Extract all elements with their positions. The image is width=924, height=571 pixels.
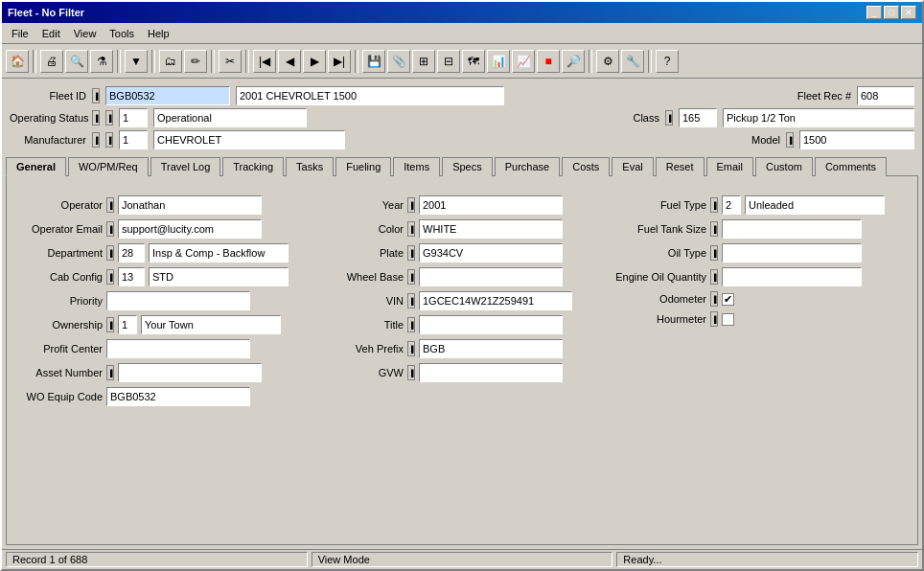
new-btn[interactable]: ✏ <box>184 50 207 73</box>
vin-input[interactable] <box>419 291 572 310</box>
fuel-type-num-input[interactable] <box>722 195 741 215</box>
attach-btn[interactable]: 📎 <box>387 50 410 73</box>
profit-center-label: Profit Center <box>16 343 103 354</box>
color-input[interactable] <box>419 219 563 239</box>
op-status-num: 1 <box>119 108 148 127</box>
operator-email-input[interactable] <box>118 219 262 239</box>
engine-oil-input[interactable] <box>722 267 862 286</box>
menu-help[interactable]: Help <box>142 26 175 41</box>
priority-label: Priority <box>16 295 103 307</box>
tab-travel-log[interactable]: Travel Log <box>150 157 221 176</box>
nav-first-btn[interactable]: |◀ <box>253 50 276 73</box>
hourmeter-ind: ▐ <box>710 311 718 327</box>
map-btn[interactable]: 🗺 <box>462 50 485 73</box>
profit-center-field: Profit Center <box>16 339 289 358</box>
plate-input[interactable] <box>419 243 563 263</box>
fleet-id-label: Fleet ID <box>10 90 86 102</box>
priority-input[interactable] <box>106 291 250 310</box>
tab-fueling[interactable]: Fueling <box>335 157 391 176</box>
dropdown-btn[interactable]: ▼ <box>125 50 148 73</box>
fuel-tank-input[interactable] <box>722 219 862 239</box>
help-btn[interactable]: ? <box>656 50 679 73</box>
tab-general[interactable]: General <box>6 157 66 176</box>
ownership-num-input[interactable] <box>118 315 137 334</box>
tab-container: General WO/PM/Req Travel Log Tracking Ta… <box>6 157 918 176</box>
record-count: Record 1 of 688 <box>6 552 308 567</box>
fuel-type-value-input[interactable] <box>745 195 885 215</box>
title-label: Title <box>317 319 404 331</box>
title-ind: ▐ <box>407 317 415 332</box>
tab-tracking[interactable]: Tracking <box>222 157 284 176</box>
tab-tasks[interactable]: Tasks <box>286 157 334 176</box>
tab-email[interactable]: Email <box>706 157 754 176</box>
tools2-btn[interactable]: 🔧 <box>621 50 644 73</box>
filter-btn[interactable]: ⚗ <box>90 50 113 73</box>
cab-num-input[interactable] <box>118 267 145 286</box>
grid-btn[interactable]: ⊞ <box>412 50 435 73</box>
veh-prefix-input[interactable] <box>419 339 563 358</box>
wheel-base-input[interactable] <box>419 267 563 286</box>
oil-type-input[interactable] <box>722 243 862 263</box>
maximize-button[interactable]: □ <box>884 6 899 19</box>
gvw-input[interactable] <box>419 363 563 382</box>
minimize-button[interactable]: _ <box>866 6 882 19</box>
cab-value-input[interactable] <box>149 267 289 286</box>
close-button[interactable]: ✕ <box>901 6 916 19</box>
nav-last-btn[interactable]: ▶| <box>328 50 351 73</box>
chart-btn[interactable]: 📈 <box>512 50 535 73</box>
tab-specs[interactable]: Specs <box>442 157 493 176</box>
cut-btn[interactable]: ✂ <box>219 50 242 73</box>
plate-ind: ▐ <box>407 245 415 261</box>
hourmeter-checkbox[interactable] <box>722 313 734 326</box>
oil-type-label: Oil Type <box>601 247 706 259</box>
nav-next-btn[interactable]: ▶ <box>303 50 326 73</box>
mfr-ind1: ▐ <box>92 132 100 148</box>
asset-number-input[interactable] <box>118 363 262 382</box>
wo-equip-input[interactable] <box>106 387 250 406</box>
print-btn[interactable]: 🖨 <box>40 50 63 73</box>
grid2-btn[interactable]: ⊟ <box>437 50 460 73</box>
dept-num-input[interactable] <box>118 243 145 263</box>
operator-label: Operator <box>16 199 103 211</box>
tab-content-general: Operator ▐ Operator Email ▐ Departme <box>6 176 918 545</box>
profit-center-input[interactable] <box>106 339 250 358</box>
tab-reset[interactable]: Reset <box>656 157 705 176</box>
tab-wo-pm-req[interactable]: WO/PM/Req <box>68 157 149 176</box>
col3-fields: Fuel Type ▐ Fuel Tank Size ▐ <box>601 195 885 406</box>
nav-prev-btn[interactable]: ◀ <box>278 50 301 73</box>
fuel-tank-field: Fuel Tank Size ▐ <box>601 219 885 239</box>
menu-file[interactable]: File <box>6 26 35 41</box>
tab-comments[interactable]: Comments <box>815 157 887 176</box>
title-input[interactable] <box>419 315 563 334</box>
window-title: Fleet - No Filter <box>8 7 84 18</box>
mfr-ind2: ▐ <box>105 132 113 148</box>
status-bar: Record 1 of 688 View Mode Ready... <box>2 549 922 569</box>
nav-icon-btn[interactable]: 🗂 <box>159 50 182 73</box>
hourmeter-field: Hourmeter ▐ <box>601 311 885 327</box>
tab-purchase[interactable]: Purchase <box>495 157 560 176</box>
fuel-tank-label: Fuel Tank Size <box>601 223 706 235</box>
title-field: Title ▐ <box>317 315 572 334</box>
fleet-toolbar-btn[interactable]: 🏠 <box>6 50 29 73</box>
wb-ind: ▐ <box>407 269 415 285</box>
menu-edit[interactable]: Edit <box>36 26 66 41</box>
odometer-checkbox[interactable]: ✔ <box>722 293 734 306</box>
tools-btn[interactable]: ⚙ <box>596 50 619 73</box>
tab-eval[interactable]: Eval <box>612 157 653 176</box>
tab-items[interactable]: Items <box>393 157 440 176</box>
tab-custom[interactable]: Custom <box>755 157 813 176</box>
menu-bar: File Edit View Tools Help <box>2 23 922 44</box>
menu-tools[interactable]: Tools <box>104 26 140 41</box>
save-btn[interactable]: 💾 <box>362 50 385 73</box>
search2-btn[interactable]: 🔎 <box>562 50 585 73</box>
ownership-value-input[interactable] <box>141 315 281 334</box>
toolbar: 🏠 🖨 🔍 ⚗ ▼ 🗂 ✏ ✂ |◀ ◀ ▶ ▶| 💾 📎 ⊞ ⊟ 🗺 📊 📈 … <box>2 44 922 79</box>
preview-btn[interactable]: 🔍 <box>65 50 88 73</box>
red-icon-btn[interactable]: ■ <box>537 50 560 73</box>
tab-costs[interactable]: Costs <box>562 157 610 176</box>
dept-value-input[interactable] <box>149 243 289 263</box>
operator-input[interactable] <box>118 195 262 215</box>
report-btn[interactable]: 📊 <box>487 50 510 73</box>
year-input[interactable] <box>419 195 563 215</box>
menu-view[interactable]: View <box>68 26 103 41</box>
